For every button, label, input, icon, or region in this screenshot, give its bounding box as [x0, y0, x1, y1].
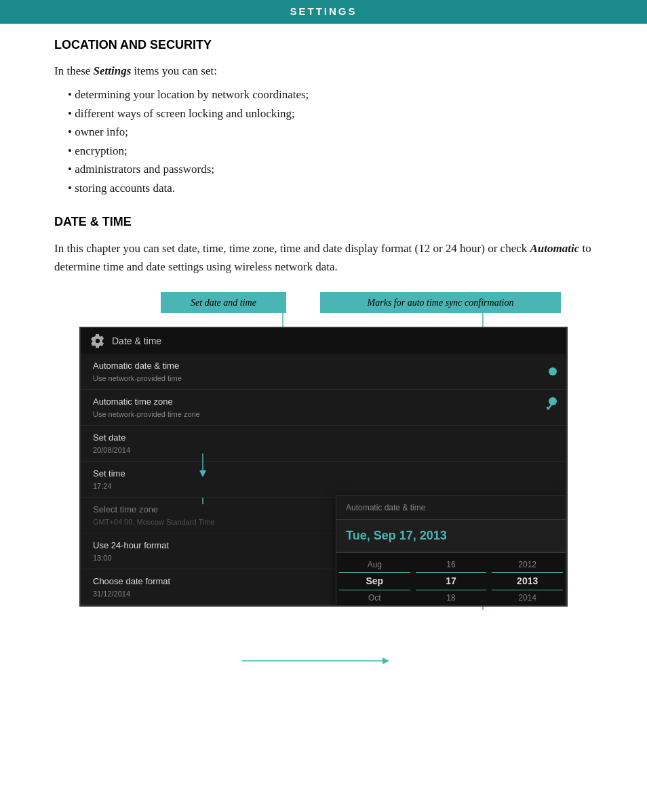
label-auto-sync: Marks for auto time sync confirmation [320, 292, 561, 313]
year-next[interactable]: 2014 [492, 590, 563, 605]
day-selected[interactable]: 17 [416, 572, 487, 590]
day-prev[interactable]: 16 [416, 557, 487, 572]
month-prev[interactable]: Aug [339, 557, 410, 572]
item-title-set-date: Set date [93, 431, 554, 445]
datetime-intro: In this chapter you can set date, time, … [54, 239, 593, 276]
datetime-title: DATE & TIME [54, 213, 593, 231]
indicator-dot-2 [549, 397, 557, 405]
item-title-auto-date: Automatic date & time [93, 359, 554, 373]
item-sub-auto-date: Use network-provided time [93, 373, 554, 384]
day-picker[interactable]: 16 17 18 [413, 553, 490, 607]
list-item: administrators and passwords; [68, 161, 593, 178]
day-next[interactable]: 18 [416, 590, 487, 605]
screenshot-section: Set date and time Marks for auto time sy… [79, 292, 568, 796]
year-selected[interactable]: 2013 [492, 572, 563, 590]
date-picker[interactable]: Aug Sep Oct 16 17 18 2012 2013 2014 [336, 552, 566, 607]
list-item: owner info; [68, 123, 593, 141]
device-screen: Date & time Automatic date & time Use ne… [79, 327, 568, 607]
calendar-popup: Automatic date & time Tue, Sep 17, 2013 … [336, 495, 566, 607]
month-picker[interactable]: Aug Sep Oct [336, 553, 413, 607]
gear-icon [90, 333, 105, 348]
settings-item-set-time[interactable]: Set time 17:24 [81, 462, 566, 498]
list-item: storing accounts data. [68, 180, 593, 197]
label-set-date-time: Set date and time [161, 292, 286, 313]
month-next[interactable]: Oct [339, 590, 410, 605]
below-screenshot-area: Touch numbersto choose date [79, 607, 568, 796]
settings-item-set-date[interactable]: Set date 20/08/2014 [81, 426, 566, 462]
callout-lines [79, 607, 568, 796]
indicator-dot-1 [549, 367, 557, 375]
item-title-auto-tz: Automatic time zone [93, 395, 554, 409]
item-title-set-time: Set time [93, 467, 554, 481]
calendar-date-display[interactable]: Tue, Sep 17, 2013 [336, 520, 566, 552]
location-bullet-list: determining your location by network coo… [68, 86, 593, 197]
location-security-title: LOCATION AND SECURITY [54, 36, 593, 54]
year-picker[interactable]: 2012 2013 2014 [489, 553, 566, 607]
item-sub-set-date: 20/08/2014 [93, 445, 554, 456]
header-title: SETTINGS [290, 5, 357, 17]
screen-header: Date & time [81, 328, 566, 354]
settings-item-auto-tz[interactable]: Automatic time zone Use network-provided… [81, 390, 566, 426]
item-sub-set-time: 17:24 [93, 481, 554, 492]
screen-title: Date & time [112, 334, 161, 348]
list-item: determining your location by network coo… [68, 86, 593, 104]
settings-item-auto-date[interactable]: Automatic date & time Use network-provid… [81, 354, 566, 390]
year-prev[interactable]: 2012 [492, 557, 563, 572]
month-selected[interactable]: Sep [339, 572, 410, 590]
list-item: encryption; [68, 142, 593, 160]
item-sub-auto-tz: Use network-provided time zone [93, 409, 554, 420]
svg-marker-6 [383, 657, 389, 664]
calendar-popup-header: Automatic date & time [336, 496, 566, 520]
list-item: different ways of screen locking and unl… [68, 105, 593, 123]
location-intro: In these Settings items you can set: [54, 62, 593, 80]
page-header: SETTINGS [0, 0, 647, 24]
